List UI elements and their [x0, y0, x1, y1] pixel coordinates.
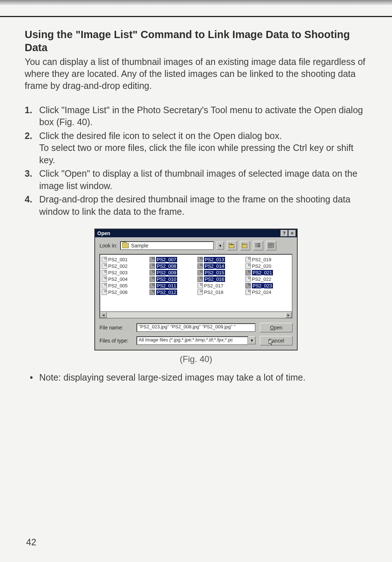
document-icon [197, 257, 203, 262]
file-item[interactable]: PS2_008 [150, 263, 195, 269]
scroll-left-button[interactable]: ◄ [100, 312, 107, 318]
file-name: PS2_016 [204, 276, 225, 282]
file-name: PS2_017 [204, 283, 224, 288]
file-list-area[interactable]: PS2_001PS2_002PS2_003PS2_004PS2_005PS2_0… [99, 254, 293, 312]
file-item[interactable]: PS2_010 [150, 276, 195, 282]
list-view-button[interactable] [253, 241, 263, 250]
file-item[interactable]: PS2_009 [150, 270, 195, 275]
file-item[interactable]: PS2_005 [102, 283, 147, 288]
help-button[interactable]: ? [281, 230, 288, 237]
filetype-dropdown-button[interactable]: ▼ [248, 336, 256, 344]
file-item[interactable]: PS2_014 [197, 263, 242, 269]
cancel-button[interactable]: Cancel [260, 336, 293, 345]
document-icon [197, 276, 203, 282]
intro-paragraph: You can display a list of thumbnail imag… [25, 56, 367, 92]
svg-rect-7 [256, 246, 257, 247]
file-name: PS2_001 [108, 257, 128, 262]
horizontal-scrollbar[interactable]: ◄ ► [99, 312, 293, 319]
file-item[interactable]: PS2_004 [102, 276, 147, 282]
close-button[interactable]: × [289, 230, 296, 237]
dialog-title: Open [97, 230, 110, 236]
details-icon [268, 243, 274, 249]
lookin-combo[interactable]: Sample [120, 241, 214, 250]
file-name: PS2_013 [204, 257, 225, 262]
file-item[interactable]: PS2_020 [245, 263, 290, 269]
file-name: PS2_006 [108, 290, 128, 295]
file-item[interactable]: PS2_016 [197, 276, 242, 282]
file-item[interactable]: PS2_019 [245, 257, 290, 262]
svg-rect-8 [257, 243, 260, 244]
file-name: PS2_008 [156, 263, 177, 269]
document-icon [245, 290, 251, 295]
file-item[interactable]: PS2_017 [197, 283, 242, 288]
document-icon [245, 283, 251, 288]
scroll-track[interactable] [107, 312, 285, 318]
document-icon [102, 276, 107, 282]
file-item[interactable]: PS2_006 [102, 290, 147, 295]
file-item[interactable]: PS2_001 [102, 257, 147, 262]
file-name: PS2_023 [252, 283, 273, 288]
step-3: 3.Click "Open" to display a list of thum… [25, 168, 367, 192]
filename-label: File name: [99, 325, 132, 331]
svg-rect-10 [257, 246, 260, 247]
document-icon [150, 257, 155, 262]
details-view-button[interactable] [266, 241, 276, 250]
note: Note: displaying several large-sized ima… [25, 372, 367, 383]
file-name: PS2_012 [156, 290, 177, 295]
file-item[interactable]: PS2_018 [197, 290, 242, 295]
file-name: PS2_020 [252, 263, 271, 269]
new-folder-icon: * [242, 243, 248, 249]
filetype-combo[interactable]: All Image files (*.jpg;*.jpe;*.bmp;*.tif… [136, 336, 248, 345]
instruction-list: 1.Click "Image List" in the Photo Secret… [25, 104, 367, 218]
open-button[interactable]: Open [260, 323, 293, 332]
svg-rect-11 [268, 243, 274, 248]
step-text: Drag-and-drop the desired thumbnail imag… [39, 194, 350, 217]
document-icon [150, 263, 155, 269]
svg-rect-6 [256, 245, 257, 246]
horizontal-rule [0, 16, 392, 17]
file-name: PS2_005 [108, 283, 128, 288]
document-icon [102, 263, 107, 269]
step-1: 1.Click "Image List" in the Photo Secret… [25, 104, 367, 128]
dialog-titlebar[interactable]: Open ? × [95, 229, 297, 237]
filetype-label: Files of type: [99, 338, 132, 344]
file-name: PS2_004 [108, 276, 128, 282]
document-icon [150, 270, 155, 275]
svg-rect-0 [229, 245, 234, 248]
up-one-level-button[interactable] [227, 241, 237, 250]
file-item[interactable]: PS2_011 [150, 283, 195, 288]
document-icon [102, 257, 107, 262]
new-folder-button[interactable]: * [240, 241, 250, 250]
svg-rect-9 [257, 245, 260, 246]
file-item[interactable]: PS2_021 [245, 270, 290, 275]
file-item[interactable]: PS2_012 [150, 290, 195, 295]
scroll-right-button[interactable]: ► [285, 312, 292, 318]
document-icon [245, 263, 251, 269]
file-name: PS2_007 [156, 257, 177, 262]
file-item[interactable]: PS2_002 [102, 263, 147, 269]
file-item[interactable]: PS2_007 [150, 257, 195, 262]
mouse-cursor-icon [269, 339, 274, 346]
file-item[interactable]: PS2_003 [102, 270, 147, 275]
file-item[interactable]: PS2_015 [197, 270, 242, 275]
folder-icon [122, 243, 129, 248]
filename-input[interactable]: "PS2_023.jpg" "PS2_008.jpg" "PS2_009.jpg… [136, 323, 256, 332]
document-icon [197, 283, 203, 288]
svg-rect-5 [256, 243, 257, 244]
file-name: PS2_002 [108, 263, 128, 269]
open-dialog: Open ? × Look in: Sample ▼ * [94, 229, 298, 350]
svg-text:*: * [246, 243, 247, 246]
lookin-dropdown-button[interactable]: ▼ [217, 242, 224, 250]
file-item[interactable]: PS2_023 [245, 283, 290, 288]
page-number: 42 [26, 537, 36, 547]
document-icon [102, 283, 107, 288]
step-2: 2.Click the desired file icon to select … [25, 130, 367, 167]
file-item[interactable]: PS2_024 [245, 290, 290, 295]
file-name: PS2_011 [156, 283, 177, 288]
svg-rect-1 [229, 243, 231, 245]
file-name: PS2_010 [156, 276, 177, 282]
file-item[interactable]: PS2_022 [245, 276, 290, 282]
document-icon [197, 263, 203, 269]
file-item[interactable]: PS2_013 [197, 257, 242, 262]
step-text: Click "Open" to display a list of thumbn… [39, 168, 358, 191]
